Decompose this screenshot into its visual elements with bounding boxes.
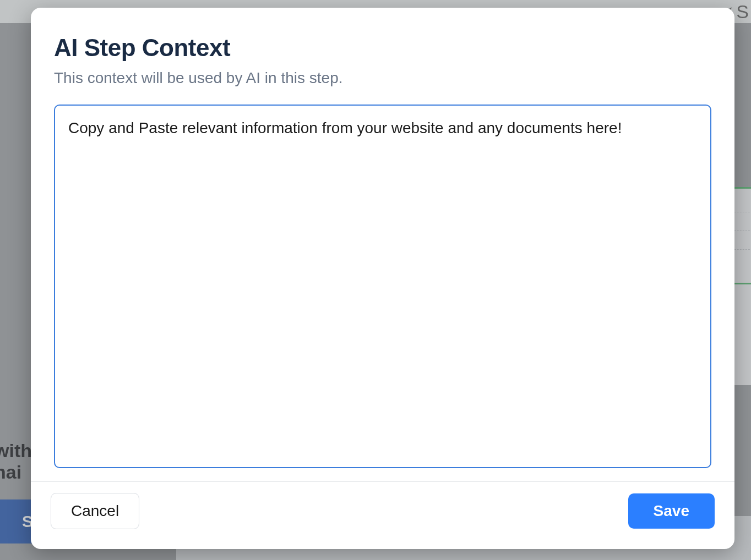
- context-textarea[interactable]: [54, 105, 711, 468]
- backdrop-letter: S: [736, 1, 749, 23]
- backdrop-bottom-text: with hai: [0, 440, 32, 483]
- ai-step-context-modal: AI Step Context This context will be use…: [31, 8, 734, 549]
- save-button[interactable]: Save: [628, 493, 715, 529]
- modal-footer: Cancel Save: [31, 481, 734, 549]
- modal-body: AI Step Context This context will be use…: [31, 8, 734, 481]
- modal-title: AI Step Context: [54, 34, 711, 62]
- cancel-button[interactable]: Cancel: [51, 493, 139, 529]
- modal-subtitle: This context will be used by AI in this …: [54, 69, 711, 87]
